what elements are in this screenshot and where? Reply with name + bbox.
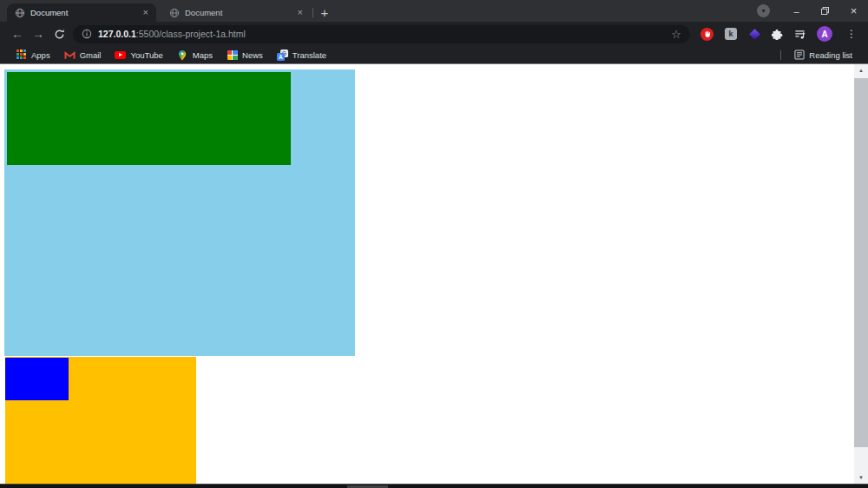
maps-pin-icon <box>177 49 188 61</box>
bookmark-maps[interactable]: Maps <box>170 48 220 63</box>
globe-icon <box>15 8 25 18</box>
news-icon <box>227 49 238 61</box>
reading-list-icon <box>793 49 805 61</box>
back-icon[interactable]: ← <box>7 23 28 44</box>
bookmark-label: Gmail <box>80 50 102 60</box>
bookmark-translate[interactable]: G A Translate <box>270 48 333 63</box>
address-bar[interactable]: 127.0.0.1:5500/class-project-1a.html ☆ <box>73 25 690 43</box>
page-viewport: ▲ ▼ <box>0 63 868 484</box>
apps-grid-icon <box>16 49 27 61</box>
bookmark-label: Translate <box>293 50 326 60</box>
scroll-down-icon[interactable]: ▼ <box>854 472 868 484</box>
minimize-button[interactable]: – <box>782 0 811 22</box>
tab-close-icon[interactable]: × <box>141 8 150 17</box>
browser-window: Document × Document × + ▾ – × <box>0 0 868 488</box>
close-window-button[interactable]: × <box>839 0 868 22</box>
bookmarks-divider <box>780 50 781 60</box>
reading-list-label: Reading list <box>809 50 852 60</box>
tab-separator <box>312 8 313 17</box>
blue-rectangle <box>5 358 69 400</box>
info-icon[interactable] <box>82 29 92 39</box>
green-rectangle <box>7 72 291 165</box>
gmail-icon <box>64 49 76 61</box>
url-host: 127.0.0.1 <box>98 29 136 39</box>
toolbar: ← → 127.0.0.1:5500/class-project-1a.html… <box>0 22 868 46</box>
media-controls-icon[interactable] <box>794 29 806 40</box>
tab-document-1[interactable]: Document × <box>7 3 156 22</box>
menu-kebab-icon[interactable]: ⋮ <box>844 28 859 40</box>
bookmark-label: Apps <box>31 50 50 60</box>
tab-title: Document <box>30 8 141 17</box>
bookmark-apps[interactable]: Apps <box>9 48 57 63</box>
diamond-extension-icon[interactable] <box>748 28 760 40</box>
extensions-puzzle-icon[interactable] <box>772 29 783 40</box>
bookmark-label: News <box>242 50 263 60</box>
vertical-scrollbar[interactable]: ▲ ▼ <box>854 64 868 484</box>
youtube-icon <box>115 49 126 61</box>
reading-list-button[interactable]: Reading list <box>786 48 859 63</box>
url-text: 127.0.0.1:5500/class-project-1a.html <box>98 29 671 39</box>
translate-icon: G A <box>277 49 288 61</box>
new-tab-button[interactable]: + <box>315 3 334 22</box>
bookmark-star-icon[interactable]: ☆ <box>671 29 681 40</box>
scroll-up-icon[interactable]: ▲ <box>854 64 868 76</box>
profile-avatar[interactable]: A <box>817 26 832 42</box>
scrollbar-thumb[interactable] <box>854 78 868 447</box>
bookmark-gmail[interactable]: Gmail <box>57 48 108 63</box>
gray-extension-icon[interactable]: k <box>725 28 737 40</box>
bookmark-label: Maps <box>193 50 213 60</box>
forward-icon[interactable]: → <box>28 23 49 44</box>
bookmark-label: YouTube <box>130 50 162 60</box>
tab-title: Document <box>185 8 296 17</box>
bookmarks-bar: Apps Gmail YouTube <box>0 46 868 63</box>
url-path: :5500/class-project-1a.html <box>136 29 246 39</box>
titlebar: Document × Document × + ▾ – × <box>0 0 868 22</box>
tab-close-icon[interactable]: × <box>296 8 305 17</box>
bookmark-youtube[interactable]: YouTube <box>108 48 169 63</box>
tab-document-2[interactable]: Document × <box>161 3 311 22</box>
tab-search-button[interactable]: ▾ <box>757 4 770 17</box>
globe-icon <box>169 8 180 18</box>
refresh-icon[interactable] <box>49 23 69 44</box>
window-controls: ▾ – × <box>757 0 868 22</box>
extensions-area: k A ⋮ <box>697 26 861 42</box>
bookmark-news[interactable]: News <box>220 48 270 63</box>
adblock-extension-icon[interactable] <box>700 28 713 41</box>
taskbar-edge-strip <box>0 484 868 488</box>
restore-button[interactable] <box>811 0 839 22</box>
